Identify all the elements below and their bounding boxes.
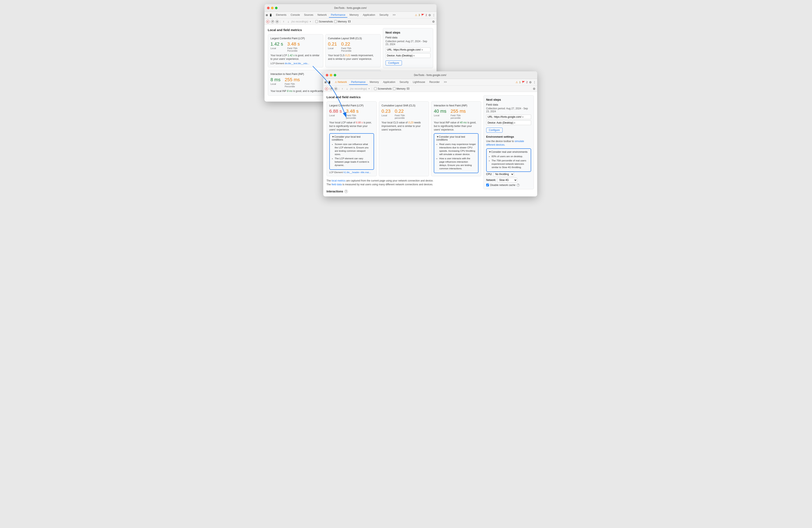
disable-cache-help[interactable]: ? xyxy=(517,184,520,187)
front-url-chevron: ▾ xyxy=(522,116,523,118)
front-cpu-select[interactable]: No throttling 4x slowdown 6x slowdown xyxy=(493,172,514,176)
front-lcp-consider-title: ▼Consider your local test conditions xyxy=(332,135,372,141)
front-network-select[interactable]: Slow 4G Fast 4G No throttling xyxy=(497,178,517,182)
front-lcp-consider-list: Screen size can influence what the LCP e… xyxy=(332,142,372,167)
download-button-back[interactable]: ↓ xyxy=(287,19,290,24)
minimize-button[interactable] xyxy=(271,7,274,9)
memory-check-front[interactable] xyxy=(393,87,396,90)
back-lcp-local-label: Local xyxy=(271,47,283,49)
back-next-steps-title: Next steps xyxy=(386,31,431,34)
front-real-users-item-1: 83% of users are on desktop. xyxy=(492,155,528,158)
back-inp-local: 8 ms Local xyxy=(271,77,281,88)
tab-lighthouse-front[interactable]: Lighthouse xyxy=(411,80,427,85)
stop-button-back[interactable]: ⊘ xyxy=(275,20,279,23)
upload-button-front[interactable]: ↑ xyxy=(340,86,344,91)
record-settings-front[interactable]: ⚙ xyxy=(533,87,536,90)
reload-button-front[interactable]: ↺ xyxy=(330,87,333,90)
stop-button-front[interactable]: ⊘ xyxy=(334,87,337,90)
front-inp-consider-box: ▼Consider your local test conditions Rea… xyxy=(434,133,478,173)
local-metrics-link[interactable]: local metrics xyxy=(332,179,346,182)
screenshots-check-back[interactable] xyxy=(315,20,318,23)
error-icon-front: 🚩 xyxy=(522,81,525,84)
front-lcp-consider-item-1: Screen size can influence what the LCP e… xyxy=(335,142,372,156)
tab-security-front[interactable]: Security xyxy=(397,80,411,85)
settings-icon-back[interactable]: ⚙ xyxy=(428,13,431,17)
back-device-chevron: ▾ xyxy=(414,55,415,57)
front-inp-title: Interaction to Next Paint (INP) xyxy=(434,104,478,107)
back-configure-btn[interactable]: Configure xyxy=(386,60,402,66)
download-button-front[interactable]: ↓ xyxy=(345,86,349,91)
front-lcp-consider-item-2: The LCP element can vary between page lo… xyxy=(335,157,372,167)
front-configure-btn[interactable]: Configure xyxy=(486,128,503,133)
traffic-lights-front xyxy=(326,74,336,76)
front-minimize-button[interactable] xyxy=(330,74,332,76)
front-lcp-element-link[interactable]: h1.tile__header--title.mai... xyxy=(343,171,371,173)
disable-cache-checkbox[interactable] xyxy=(486,184,489,186)
record-button-front[interactable]: ● xyxy=(325,87,328,90)
close-button[interactable] xyxy=(267,7,270,9)
front-inp-local-label: Local xyxy=(434,114,446,117)
tab-performance-front[interactable]: Performance xyxy=(349,80,368,85)
back-field-data-title: Field data xyxy=(386,36,431,39)
tab-application-front[interactable]: Application xyxy=(381,80,397,85)
back-next-steps-card: Next steps Field data Collection period:… xyxy=(383,28,433,68)
reload-button-back[interactable]: ↺ xyxy=(271,20,274,23)
recordings-dropdown-front[interactable]: ▾ xyxy=(368,87,369,90)
front-maximize-button[interactable] xyxy=(334,74,336,76)
front-close-button[interactable] xyxy=(326,74,328,76)
screenshots-checkbox-front[interactable]: Screenshots xyxy=(374,87,392,90)
settings-icon-front[interactable]: ⚙ xyxy=(529,81,532,84)
back-url-chevron: ▾ xyxy=(422,49,423,51)
tab-console-back[interactable]: Console xyxy=(289,13,302,18)
warning-count-back: 3 xyxy=(419,14,420,17)
maximize-button[interactable] xyxy=(275,7,277,9)
tab-application-back[interactable]: Application xyxy=(361,13,377,18)
front-devtools-window: DevTools - fonts.google.com/ ⊞ 📱 ⚠ Netwo… xyxy=(323,71,537,197)
memory-checkbox-front[interactable]: Memory xyxy=(393,87,405,90)
front-bottom-note: The local metrics are captured from the … xyxy=(327,179,481,186)
front-cls-local-value: 0.23 xyxy=(381,109,391,114)
front-url-select[interactable]: URL: https://fonts.google.com/ ▾ xyxy=(486,115,531,119)
memory-checkbox-back[interactable]: Memory xyxy=(334,20,347,23)
warning-count-front: 1 xyxy=(519,81,521,84)
separator-front xyxy=(372,87,372,90)
front-lcp-field-label: Field 75thpercentile xyxy=(346,114,359,119)
field-data-link[interactable]: field data xyxy=(332,183,342,186)
more-icon-back[interactable]: ⋮ xyxy=(432,13,435,17)
tab-elements-back[interactable]: Elements xyxy=(274,13,289,18)
tab-memory-front[interactable]: Memory xyxy=(368,80,381,85)
tab-recorder-front[interactable]: Recorder xyxy=(427,80,442,85)
record-button-back[interactable]: ● xyxy=(266,20,270,23)
back-cls-title: Cumulative Layout Shift (CLS) xyxy=(328,37,378,40)
front-lcp-title: Largest Contentful Paint (LCP) xyxy=(329,104,374,107)
front-inp-field-label: Field 75thpercentile xyxy=(451,114,466,119)
back-url-select[interactable]: URL: https://fonts.google.com/ ▾ xyxy=(386,47,431,52)
tab-performance-back[interactable]: Performance xyxy=(329,13,348,18)
tab-network-front[interactable]: ⚠ Network xyxy=(333,80,349,85)
front-field-data-title: Field data xyxy=(486,103,531,106)
tab-security-back[interactable]: Security xyxy=(377,13,390,18)
back-device-select[interactable]: Device: Auto (Desktop) ▾ xyxy=(386,53,431,58)
tab-network-back[interactable]: Network xyxy=(316,13,329,18)
upload-button-back[interactable]: ↑ xyxy=(282,19,286,24)
tab-more-back[interactable]: >> xyxy=(391,13,398,18)
record-settings-back[interactable]: ⚙ xyxy=(432,20,435,23)
more-icon-front[interactable]: ⋮ xyxy=(533,81,536,84)
simulate-devices-link[interactable]: simulate different devices xyxy=(486,140,524,146)
back-lcp-field-value: 3.48 s xyxy=(287,42,300,46)
tab-sources-back[interactable]: Sources xyxy=(302,13,316,18)
memory-check-back[interactable] xyxy=(334,20,337,23)
back-lcp-element-link[interactable]: div.tile__text.tile__edu... xyxy=(285,62,309,65)
back-metrics-top: Largest Contentful Paint (LCP) 1.42 s Lo… xyxy=(268,34,381,67)
back-inp-local-label: Local xyxy=(271,83,281,85)
front-cpu-row: CPU: No throttling 4x slowdown 6x slowdo… xyxy=(486,172,531,176)
recordings-dropdown-back[interactable]: ▾ xyxy=(310,20,311,23)
tab-memory-back[interactable]: Memory xyxy=(347,13,361,18)
interactions-help-icon[interactable]: ? xyxy=(345,190,348,193)
back-nav-tabs: ⊞ 📱 Elements Console Sources Network Per… xyxy=(264,12,436,18)
back-lcp-desc: Your local LCP 1.42 s is good, and is si… xyxy=(271,54,320,61)
front-device-select[interactable]: Device: Auto (Desktop) ▾ xyxy=(486,120,531,125)
screenshots-check-front[interactable] xyxy=(374,87,377,90)
tab-more-front[interactable]: >> xyxy=(442,80,449,85)
screenshots-checkbox-back[interactable]: Screenshots xyxy=(315,20,333,23)
